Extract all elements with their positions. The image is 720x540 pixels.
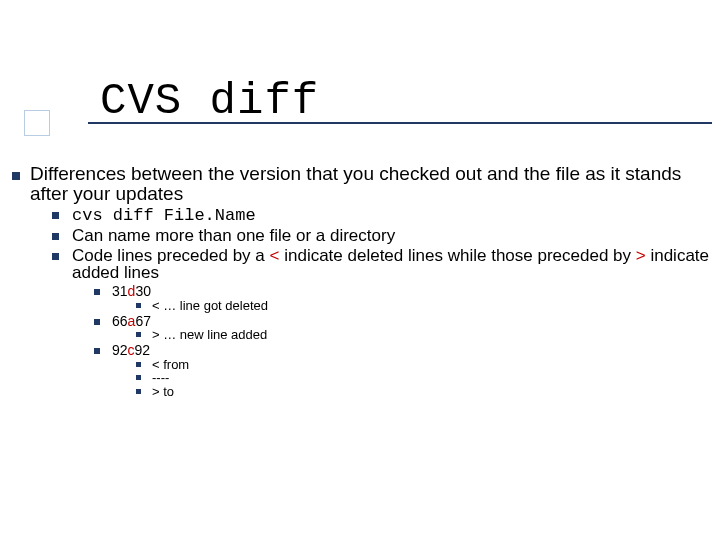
slide: CVS diff Differences between the version… [0,0,720,540]
bullet-icon [136,362,141,367]
example-delete-line: < … line got deleted [112,299,712,313]
bullet-icon [52,233,59,240]
example-change-to: > to [112,385,712,399]
example-add-line: > … new line added [112,328,712,342]
ex2-note: > … new line added [152,327,267,342]
bullet-icon [12,172,20,180]
point-explain: Code lines preceded by a < indicate dele… [30,247,712,399]
explain-text: Code lines preceded by a < indicate dele… [72,246,709,283]
bullet-icon [136,332,141,337]
bullet-icon [136,303,141,308]
title-area: CVS diff [0,0,720,156]
ex1-label: 31d30 [112,283,151,299]
bullet-icon [94,348,100,354]
bullet-icon [52,212,59,219]
point-multifile: Can name more than one file or a directo… [30,227,712,245]
ex2-label: 66a67 [112,313,151,329]
ex3-label: 92c92 [112,342,150,358]
bullet-icon [52,253,59,260]
example-add: 66a67 > … new line added [72,314,712,342]
ex1-note: < … line got deleted [152,298,268,313]
ex3-l3: > to [152,384,174,399]
intro-text: Differences between the version that you… [30,163,681,204]
example-change-sep: ---- [112,371,712,385]
command-text: cvs diff File.Name [72,206,256,225]
example-change: 92c92 < from ---- [72,343,712,399]
bullet-icon [94,289,100,295]
example-delete: 31d30 < … line got deleted [72,284,712,312]
slide-title: CVS diff [100,76,319,126]
body: Differences between the version that you… [0,156,720,399]
multifile-text: Can name more than one file or a directo… [72,226,395,245]
point-command: cvs diff File.Name [30,206,712,225]
point-intro: Differences between the version that you… [6,164,712,399]
bullet-icon [136,375,141,380]
example-change-from: < from [112,358,712,372]
bullet-icon [94,319,100,325]
bullet-icon [136,389,141,394]
